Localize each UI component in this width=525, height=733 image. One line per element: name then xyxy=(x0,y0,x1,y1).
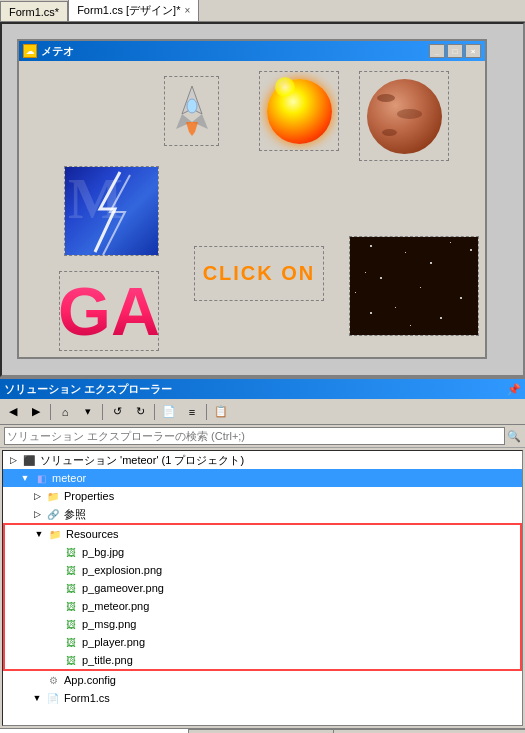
svg-marker-4 xyxy=(186,122,198,136)
image-icon-explosion: 🖼 xyxy=(63,562,79,578)
tree-item-p-msg[interactable]: ▷ 🖼 p_msg.png xyxy=(5,615,520,633)
tree-item-p-title[interactable]: ▷ 🖼 p_title.png xyxy=(5,651,520,669)
collapse-button[interactable]: ≡ xyxy=(181,402,203,422)
se-search-bar: 🔍 xyxy=(0,425,525,448)
picturebox-gameover[interactable]: GA xyxy=(59,271,159,351)
config-icon: ⚙ xyxy=(45,672,61,688)
picturebox-lightning[interactable]: M xyxy=(64,166,159,256)
close-icon[interactable]: × xyxy=(184,5,190,16)
se-titlebar: ソリューション エクスプローラー 📌 xyxy=(0,379,525,399)
resources-label: Resources xyxy=(66,528,119,540)
image-icon-player: 🖼 xyxy=(63,634,79,650)
gameover-text: GA xyxy=(60,277,158,345)
minimize-button[interactable]: _ xyxy=(429,44,445,58)
tab-form1cs[interactable]: Form1.cs* xyxy=(0,1,68,21)
file-explosion: p_explosion.png xyxy=(82,564,162,576)
project-icon: ◧ xyxy=(33,470,49,486)
toolbar-separator-3 xyxy=(154,404,155,420)
properties-button[interactable]: 📋 xyxy=(210,402,232,422)
tree-item-p-player[interactable]: ▷ 🖼 p_player.png xyxy=(5,633,520,651)
expand-resources-icon[interactable]: ▼ xyxy=(33,528,45,540)
close-button[interactable]: × xyxy=(465,44,481,58)
references-icon: 🔗 xyxy=(45,506,61,522)
design-area: ☁ メテオ _ □ × xyxy=(0,22,525,377)
tree-item-project[interactable]: ▼ ◧ meteor xyxy=(3,469,522,487)
solution-explorer: ソリューション エクスプローラー 📌 ◀ ▶ ⌂ ▾ ↺ ↻ 📄 ≡ 📋 🔍 ▷… xyxy=(0,377,525,733)
file-meteor: p_meteor.png xyxy=(82,600,149,612)
project-name: meteor xyxy=(52,472,86,484)
tab-form1cs-design[interactable]: Form1.cs [デザイン]* × xyxy=(68,0,199,21)
title-controls: _ □ × xyxy=(429,44,481,58)
tree-item-p-meteor[interactable]: ▷ 🖼 p_meteor.png xyxy=(5,597,520,615)
image-icon-bg: 🖼 xyxy=(63,544,79,560)
tree-item-p-explosion[interactable]: ▷ 🖼 p_explosion.png xyxy=(5,561,520,579)
picturebox-meteor[interactable] xyxy=(164,76,219,146)
image-icon-meteor: 🖼 xyxy=(63,598,79,614)
resources-highlight-box: ▼ 📁 Resources ▷ 🖼 p_bg.jpg ▷ 🖼 p_explosi… xyxy=(3,523,522,671)
pin-icon[interactable]: 📌 xyxy=(507,383,521,396)
tree-item-resources[interactable]: ▼ 📁 Resources xyxy=(5,525,520,543)
properties-label: Properties xyxy=(64,490,114,502)
expand-project-icon[interactable]: ▼ xyxy=(19,472,31,484)
expand-solution-icon[interactable]: ▷ xyxy=(7,454,19,466)
svg-point-3 xyxy=(187,99,197,113)
se-title: ソリューション エクスプローラー xyxy=(4,382,172,397)
toolbar-separator-4 xyxy=(206,404,207,420)
show-files-button[interactable]: 📄 xyxy=(158,402,180,422)
redo-button[interactable]: ↻ xyxy=(129,402,151,422)
se-bottom-bar: ソリューション エクスプローラー チーム エクスプローラー xyxy=(0,728,525,733)
se-tab-team-explorer[interactable]: チーム エクスプローラー xyxy=(189,729,334,733)
references-label: 参照 xyxy=(64,507,86,522)
tree-item-form1cs[interactable]: ▼ 📄 Form1.cs xyxy=(3,689,522,707)
form-window: ☁ メテオ _ □ × xyxy=(17,39,487,359)
file-form1cs: Form1.cs xyxy=(64,692,110,704)
resources-folder-icon: 📁 xyxy=(47,526,63,542)
form-icon: ☁ xyxy=(23,44,37,58)
file-appconfig: App.config xyxy=(64,674,116,686)
search-icon: 🔍 xyxy=(507,430,521,443)
solution-label: ソリューション 'meteor' (1 プロジェクト) xyxy=(40,453,244,468)
click-text: CLICK ON xyxy=(203,262,316,285)
form-content: M xyxy=(19,61,485,357)
file-bg: p_bg.jpg xyxy=(82,546,124,558)
image-icon-gameover: 🖼 xyxy=(63,580,79,596)
file-title: p_title.png xyxy=(82,654,133,666)
tree-item-p-bg[interactable]: ▷ 🖼 p_bg.jpg xyxy=(5,543,520,561)
tab-bar: Form1.cs* Form1.cs [デザイン]* × xyxy=(0,0,525,22)
undo-button[interactable]: ↺ xyxy=(106,402,128,422)
solution-icon: ⬛ xyxy=(21,452,37,468)
tab-form1cs-design-label: Form1.cs [デザイン]* xyxy=(77,3,180,18)
tree-item-solution[interactable]: ▷ ⬛ ソリューション 'meteor' (1 プロジェクト) xyxy=(3,451,522,469)
back-button[interactable]: ◀ xyxy=(2,402,24,422)
maximize-button[interactable]: □ xyxy=(447,44,463,58)
se-tab-solution-explorer[interactable]: ソリューション エクスプローラー xyxy=(0,729,189,733)
properties-folder-icon: 📁 xyxy=(45,488,61,504)
expand-references-icon[interactable]: ▷ xyxy=(31,508,43,520)
toolbar-separator-2 xyxy=(102,404,103,420)
image-icon-title: 🖼 xyxy=(63,652,79,668)
picturebox-click[interactable]: CLICK ON xyxy=(194,246,324,301)
tree-item-p-gameover[interactable]: ▷ 🖼 p_gameover.png xyxy=(5,579,520,597)
form-titlebar: ☁ メテオ _ □ × xyxy=(19,41,485,61)
image-icon-msg: 🖼 xyxy=(63,616,79,632)
tab-form1cs-label: Form1.cs* xyxy=(9,6,59,18)
file-player: p_player.png xyxy=(82,636,145,648)
picturebox-stars[interactable] xyxy=(349,236,479,336)
tree-item-appconfig[interactable]: ▷ ⚙ App.config xyxy=(3,671,522,689)
forward-button[interactable]: ▶ xyxy=(25,402,47,422)
se-toolbar: ◀ ▶ ⌂ ▾ ↺ ↻ 📄 ≡ 📋 xyxy=(0,399,525,425)
expand-properties-icon[interactable]: ▷ xyxy=(31,490,43,502)
home-button[interactable]: ⌂ xyxy=(54,402,76,422)
se-tree[interactable]: ▷ ⬛ ソリューション 'meteor' (1 プロジェクト) ▼ ◧ mete… xyxy=(2,450,523,726)
form-title: メテオ xyxy=(41,44,74,59)
toolbar-separator-1 xyxy=(50,404,51,420)
meteor-icon xyxy=(176,84,208,139)
picturebox-explosion[interactable] xyxy=(259,71,339,151)
expand-form1cs-icon[interactable]: ▼ xyxy=(31,692,43,704)
code-icon: 📄 xyxy=(45,690,61,706)
dropdown-button[interactable]: ▾ xyxy=(77,402,99,422)
picturebox-planet[interactable] xyxy=(359,71,449,161)
search-input[interactable] xyxy=(4,427,505,445)
tree-item-references[interactable]: ▷ 🔗 参照 xyxy=(3,505,522,523)
tree-item-properties[interactable]: ▷ 📁 Properties xyxy=(3,487,522,505)
